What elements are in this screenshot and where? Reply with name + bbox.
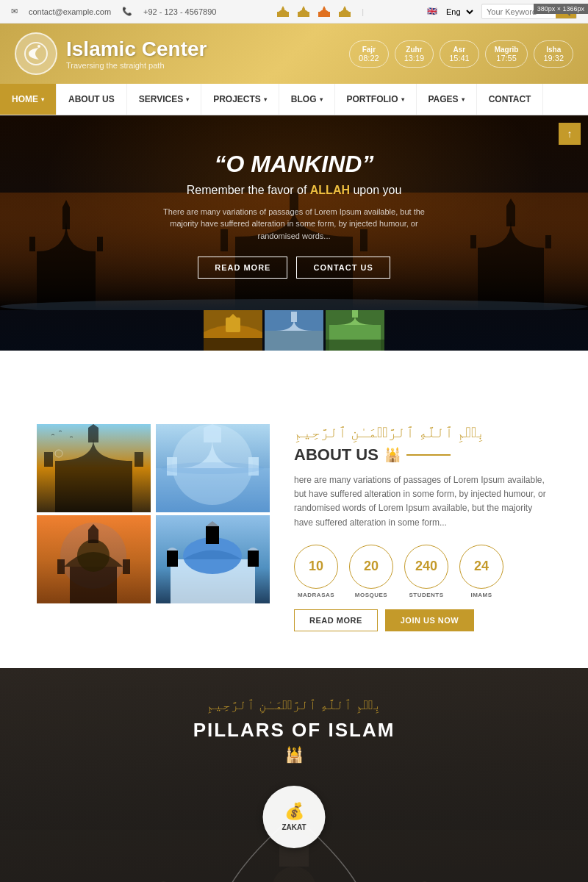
mosque-icon-4 [337, 6, 352, 18]
site-header: Islamic Center Traversing the straight p… [0, 24, 588, 84]
svg-rect-4 [302, 9, 305, 12]
svg-rect-37 [326, 340, 384, 351]
phone-icon: 📞 [122, 7, 132, 16]
svg-rect-36 [352, 310, 358, 318]
stat-students: 240 STUDENTS [404, 545, 448, 598]
prayer-time-fajr: Fajr08:22 [349, 40, 389, 68]
about-bismillah: بِسۡمِ ٱللَّهِ ٱلرَّحۡمَـٰنِ ٱلرَّحِيمِ [294, 424, 551, 441]
mosque-icon-1 [276, 6, 290, 18]
mosque-small-icon: 🕌 [384, 447, 401, 463]
svg-rect-9 [339, 12, 351, 17]
about-images [37, 424, 272, 603]
prayer-time-zuhr: Zuhr13:19 [395, 40, 434, 68]
stat-number-mosques: 20 [364, 559, 379, 574]
nav-item-about-us[interactable]: ABOUT US [57, 84, 127, 115]
stat-label-imams: IMAMS [470, 592, 492, 598]
mosque-icons: | [276, 6, 368, 18]
about-read-more-button[interactable]: READ MORE [294, 609, 378, 631]
nav-item-contact[interactable]: CONTACT [477, 84, 544, 115]
svg-rect-33 [291, 312, 297, 322]
caret-icon: ▾ [462, 96, 465, 103]
svg-rect-23 [478, 248, 544, 310]
caret-icon: ▾ [186, 96, 189, 103]
svg-rect-16 [62, 207, 70, 229]
about-img-svg-4 [156, 515, 270, 603]
svg-marker-8 [323, 6, 326, 9]
spacer-1 [0, 351, 588, 387]
stat-circle-students: 240 [404, 545, 448, 589]
hero-subtitle: Remember the favor of ALLAH upon you [154, 184, 434, 197]
svg-rect-63 [167, 551, 178, 567]
caret-icon: ▾ [41, 96, 44, 103]
flag-icon: 🇬🇧 [427, 7, 437, 16]
stat-label-mosques: MOSQUES [355, 592, 387, 598]
hero-quote: “O MANKIND” [154, 151, 434, 178]
prayer-time-asr: Asr15:41 [440, 40, 479, 68]
spacer-stats [294, 598, 551, 609]
site-tagline: Traversing the straight path [66, 61, 207, 70]
svg-marker-11 [343, 6, 346, 9]
title-underline [406, 454, 451, 456]
top-bar: ✉ contact@example.com 📞 +92 - 123 - 4567… [0, 0, 588, 24]
svg-rect-39 [55, 461, 132, 512]
about-content: بِسۡمِ ٱللَّهِ ٱلرَّحۡمَـٰنِ ٱلرَّحِيمِ … [294, 424, 551, 631]
mosque-icon-3 [317, 6, 331, 18]
prayer-time-magrib: Magrib17:55 [485, 40, 528, 68]
stats-row: 10 MADRASAS 20 MOSQUES 240 STUDENTS 24 I… [294, 545, 551, 598]
nav-item-portfolio[interactable]: PORTFOLIO▾ [335, 84, 417, 115]
nav-item-pages[interactable]: PAGES▾ [417, 84, 477, 115]
svg-rect-32 [265, 331, 323, 351]
hero-thumb-2[interactable] [265, 310, 323, 351]
svg-rect-1 [282, 9, 284, 12]
nav-item-home[interactable]: HOME▾ [0, 84, 57, 115]
crescent-icon [23, 40, 49, 67]
allah-text: ALLAH [310, 184, 350, 196]
scroll-up-button[interactable]: ↑ [559, 123, 581, 145]
svg-marker-5 [302, 6, 305, 9]
site-name: Islamic Center [66, 37, 207, 61]
nav-item-blog[interactable]: BLOG▾ [279, 84, 335, 115]
join-us-button[interactable]: JOIN US NOW [385, 609, 474, 631]
phone-text: +92 - 123 - 4567890 [143, 7, 216, 16]
caret-icon: ▾ [320, 96, 323, 103]
svg-rect-26 [545, 235, 551, 248]
about-image-1 [37, 424, 151, 512]
hero-thumb-3[interactable] [326, 310, 384, 351]
svg-rect-54 [70, 567, 117, 603]
hero-content: “O MANKIND” Remember the favor of ALLAH … [110, 129, 478, 338]
stat-circle-imams: 24 [459, 545, 503, 589]
svg-rect-46 [204, 428, 221, 442]
nav-item-projects[interactable]: PROJECTS▾ [201, 84, 279, 115]
read-more-button[interactable]: READ MORE [198, 257, 287, 279]
prayer-time-isha: Isha19:32 [534, 40, 573, 68]
logo-icon [15, 32, 57, 75]
nav-item-services[interactable]: SERVICES▾ [127, 84, 201, 115]
stat-madrasas: 10 MADRASAS [294, 545, 338, 598]
about-description: here are many variations of passages of … [294, 473, 551, 530]
svg-rect-24 [506, 206, 515, 226]
contact-us-button[interactable]: CONTACT US [296, 257, 390, 279]
svg-point-50 [161, 462, 264, 474]
mosque-icon-2 [296, 6, 311, 18]
svg-rect-42 [135, 452, 143, 467]
svg-rect-64 [248, 551, 259, 567]
svg-marker-2 [282, 6, 284, 9]
hero-description: There are many variations of passages of… [154, 206, 434, 243]
about-img-svg-2 [156, 424, 270, 512]
zakat-icon: 💰 [284, 802, 304, 821]
svg-rect-58 [123, 559, 130, 574]
about-title-text: ABOUT US [294, 445, 379, 465]
hero-section: ↑ “O MANKIND” Remember the favor of ALLA… [0, 115, 588, 351]
svg-rect-62 [206, 526, 219, 544]
language-selector[interactable]: Eng Urdu [443, 7, 476, 17]
pillars-bismillah: بِسۡمِ ٱللَّهِ ٱلرَّحۡمَـٰنِ ٱلرَّحِيمِ [15, 698, 573, 713]
prayer-times: Fajr08:22Zuhr13:19Asr15:41Magrib17:55Ish… [349, 40, 573, 68]
hero-thumb-1[interactable] [204, 310, 262, 351]
svg-rect-40 [88, 428, 98, 442]
caret-icon: ▾ [264, 96, 267, 103]
stat-circle-madrasas: 10 [294, 545, 338, 589]
stat-imams: 24 IMAMS [459, 545, 503, 598]
email-text: contact@example.com [29, 7, 111, 16]
zakat-label: ZAKAT [282, 823, 306, 831]
svg-rect-30 [204, 338, 262, 351]
